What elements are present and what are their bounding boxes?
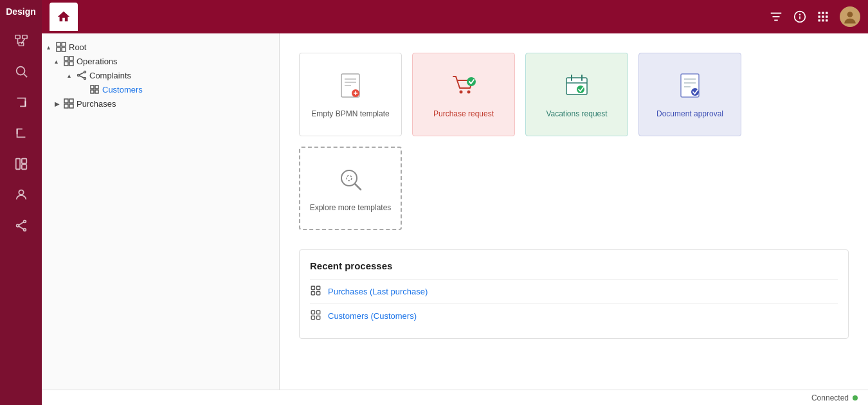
template-label-purchase-request: Purchase request: [433, 109, 494, 120]
svg-rect-7: [15, 159, 19, 170]
nav-icon-arrow-up-left[interactable]: [8, 120, 35, 147]
grid-icon[interactable]: [817, 10, 829, 23]
status-dot: [853, 395, 858, 401]
nav-icon-search[interactable]: [8, 58, 35, 85]
svg-point-10: [19, 190, 23, 195]
svg-rect-40: [69, 62, 73, 66]
svg-line-14: [19, 222, 23, 226]
nav-icon-diagram[interactable]: [8, 27, 35, 54]
template-label-explore-more: Explore more templates: [310, 203, 392, 213]
recent-item-purchases[interactable]: Purchases (Last purchase): [310, 279, 838, 303]
svg-rect-79: [311, 292, 314, 295]
svg-rect-22: [818, 12, 820, 14]
svg-point-73: [691, 88, 699, 96]
svg-point-41: [84, 71, 86, 73]
user-avatar[interactable]: [840, 6, 860, 27]
home-tab[interactable]: [50, 3, 78, 31]
svg-line-45: [79, 76, 84, 78]
svg-rect-23: [822, 12, 824, 14]
grid-icon-operations: [64, 56, 74, 66]
topbar: [42, 0, 868, 33]
tree-sidebar: ▴ Root ▴ Operations ▴: [42, 33, 280, 390]
status-bar: Connected: [42, 390, 868, 405]
svg-rect-82: [317, 310, 320, 314]
svg-rect-24: [826, 12, 827, 14]
svg-rect-38: [69, 57, 73, 60]
template-card-explore-more[interactable]: Explore more templates: [299, 147, 402, 230]
share-icon-complaints: [77, 70, 87, 80]
template-card-vacations-request[interactable]: Vacations request: [525, 53, 628, 136]
svg-rect-84: [317, 316, 320, 320]
svg-line-44: [79, 73, 84, 75]
nav-icon-share[interactable]: [8, 212, 35, 239]
svg-rect-29: [822, 19, 824, 21]
svg-rect-27: [826, 15, 827, 17]
tree-item-purchases[interactable]: ▶ Purchases: [42, 96, 279, 111]
svg-point-5: [16, 67, 24, 75]
svg-rect-36: [62, 48, 66, 51]
process-icon-purchases: [310, 285, 321, 298]
nav-icon-arrow-down-right[interactable]: [8, 89, 35, 116]
svg-point-43: [84, 78, 86, 80]
svg-rect-26: [822, 15, 824, 17]
template-label-document-approval: Document approval: [656, 109, 723, 120]
tree-item-operations[interactable]: ▴ Operations: [42, 54, 279, 68]
content-area: ▴ Root ▴ Operations ▴: [42, 33, 868, 390]
svg-rect-9: [21, 165, 26, 169]
svg-line-4: [21, 39, 25, 44]
recent-label-customers: Customers (Customers): [328, 311, 417, 321]
svg-rect-80: [317, 292, 320, 295]
cart-check-icon: [448, 70, 479, 103]
tree-item-root[interactable]: ▴ Root: [42, 40, 279, 54]
tree-label-complaints: Complaints: [89, 71, 131, 80]
svg-rect-49: [95, 90, 98, 93]
nav-icon-layout[interactable]: [8, 150, 35, 177]
svg-rect-28: [818, 19, 820, 21]
svg-rect-39: [64, 62, 68, 66]
recent-title: Recent processes: [310, 260, 838, 271]
status-label: Connected: [811, 393, 849, 402]
svg-rect-8: [21, 159, 26, 163]
document-pencil-icon: [335, 70, 366, 103]
svg-rect-37: [64, 57, 68, 60]
svg-rect-25: [818, 15, 820, 17]
grid-icon-root: [56, 42, 66, 52]
svg-line-6: [24, 74, 27, 77]
svg-rect-35: [57, 48, 60, 51]
tree-item-customers[interactable]: Customers: [42, 82, 279, 96]
main-panel: Empty BPMN template Purchase request: [280, 33, 868, 390]
tree-arrow-purchases: ▶: [55, 100, 64, 107]
tree-arrow-complaints: ▴: [68, 72, 77, 79]
tree-arrow-root: ▴: [47, 44, 56, 51]
calendar-check-icon: [561, 70, 592, 103]
svg-point-12: [16, 224, 19, 227]
svg-point-76: [347, 176, 352, 181]
svg-rect-83: [311, 316, 314, 320]
template-label-empty-bpmn: Empty BPMN template: [311, 109, 389, 120]
svg-point-11: [23, 221, 26, 223]
nav-icon-user[interactable]: [8, 181, 35, 208]
tree-arrow-operations: ▴: [55, 58, 64, 65]
grid-icon-purchases: [64, 98, 74, 109]
svg-point-62: [467, 90, 471, 93]
svg-rect-81: [311, 310, 314, 314]
tree-label-root: Root: [69, 42, 86, 52]
svg-rect-64: [566, 78, 587, 94]
main-wrapper: ▴ Root ▴ Operations ▴: [42, 0, 868, 405]
info-icon[interactable]: [793, 10, 806, 23]
tree-item-complaints[interactable]: ▴ Complaints: [42, 68, 279, 82]
template-label-vacations-request: Vacations request: [546, 109, 607, 120]
svg-rect-50: [64, 99, 68, 103]
recent-section: Recent processes Purchases (Last purchas…: [299, 249, 849, 339]
template-card-empty-bpmn[interactable]: Empty BPMN template: [299, 53, 402, 136]
svg-rect-46: [91, 86, 94, 89]
recent-item-customers[interactable]: Customers (Customers): [310, 303, 838, 328]
process-icon-customers: [310, 309, 321, 323]
template-card-document-approval[interactable]: Document approval: [638, 53, 741, 136]
template-card-purchase-request[interactable]: Purchase request: [412, 53, 515, 136]
tree-arrow-customers: [80, 86, 89, 93]
svg-line-75: [355, 184, 361, 190]
svg-rect-0: [15, 35, 19, 39]
search-magnify-icon: [335, 164, 366, 197]
filter-icon[interactable]: [769, 10, 783, 24]
